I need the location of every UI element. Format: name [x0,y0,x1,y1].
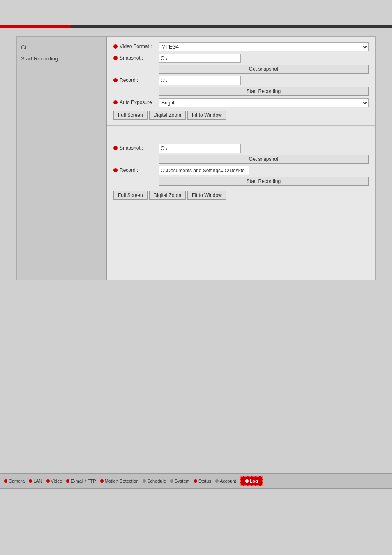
record-bottom-controls: Start Recording [159,166,369,186]
auto-exposure-bullet [113,100,118,104]
nav-item-account[interactable]: Account [215,479,236,483]
record-top-path-input[interactable] [159,76,241,85]
spacer [107,126,375,138]
nav-item-lan[interactable]: LAN [29,479,42,483]
start-recording-side-label: Start Recording [21,54,102,63]
nav-bullet-lan [29,479,32,483]
nav-label-account: Account [220,479,236,483]
nav-label-system: System [175,479,190,483]
nav-bullet-account [215,479,219,483]
nav-label-camera: Camera [9,479,25,483]
left-sidebar-content: Ci Start Recording [17,37,106,119]
start-recording-top-button[interactable]: Start Recording [159,87,369,96]
video-format-controls: MPEG4 MJPEG [159,42,369,51]
nav-item-log[interactable]: Log [240,476,263,486]
auto-exposure-row: Auto Exposure : Bright Normal Dark [113,98,369,107]
nav-label-video: Video [51,479,62,483]
nav-item-system[interactable]: System [170,479,190,483]
fit-to-window-top-button[interactable]: Fit to Window [187,111,226,120]
camera-panel-top: Video Format : MPEG4 MJPEG Snapshot : [107,37,375,126]
snapshot-top-controls: Get snapshot [159,54,369,74]
record-bottom-row: Record : Start Recording [113,166,369,186]
bottom-nav: Camera LAN Video E-mail / FTP Motion Det… [0,473,392,489]
full-screen-top-button[interactable]: Full Screen [113,111,148,120]
nav-bullet-email-ftp [66,479,69,483]
camera-panel-empty [107,206,375,280]
camera-panel-bottom: Snapshot : Get snapshot Record : [107,138,375,206]
video-format-label: Video Format : [113,42,159,49]
nav-bullet-camera [4,479,7,483]
record-bottom-label: Record : [113,166,159,173]
snapshot-top-label: Snapshot : [113,54,159,61]
nav-label-log: Log [250,479,258,483]
snapshot-bottom-row: Snapshot : Get snapshot [113,144,369,164]
bottom-panel-buttons: Full Screen Digital Zoom Fit to Window [113,191,369,200]
nav-bullet-video [46,479,50,483]
digital-zoom-bottom-button[interactable]: Digital Zoom [149,191,186,200]
nav-bullet-status [194,479,197,483]
nav-label-lan: LAN [33,479,42,483]
record-top-label: Record : [113,76,159,83]
nav-label-schedule: Schedule [147,479,166,483]
right-panel: Video Format : MPEG4 MJPEG Snapshot : [107,36,376,280]
main-content: Ci Start Recording Video Format : MPEG4 [0,28,392,289]
nav-bullet-motion-detection [100,479,104,483]
auto-exposure-select[interactable]: Bright Normal Dark [159,98,369,107]
snapshot-bottom-path-input[interactable] [159,144,241,153]
left-panel: Ci Start Recording [16,36,107,280]
snapshot-top-path-input[interactable] [159,54,241,63]
nav-bullet-schedule [143,479,146,483]
nav-item-schedule[interactable]: Schedule [143,479,166,483]
record-top-controls: Start Recording [159,76,369,96]
nav-label-motion-detection: Motion Detection [105,479,139,483]
video-format-bullet [113,44,118,49]
fit-to-window-bottom-button[interactable]: Fit to Window [187,191,226,200]
nav-label-status: Status [198,479,211,483]
nav-item-status[interactable]: Status [194,479,211,483]
content-wrapper: Ci Start Recording Video Format : MPEG4 [16,36,376,280]
nav-item-camera[interactable]: Camera [4,479,25,483]
start-recording-bottom-button[interactable]: Start Recording [159,177,369,186]
auto-exposure-controls: Bright Normal Dark [159,98,369,107]
auto-exposure-label: Auto Exposure : [113,98,159,105]
nav-label-email-ftp: E-mail / FTP [71,479,96,483]
full-screen-bottom-button[interactable]: Full Screen [113,191,148,200]
snapshot-top-row: Snapshot : Get snapshot [113,54,369,74]
nav-bullet-system [170,479,173,483]
snapshot-top-bullet [113,56,118,60]
ci-label: Ci [21,41,102,54]
record-top-row: Record : Start Recording [113,76,369,96]
record-top-bullet [113,78,118,82]
record-bottom-path-input[interactable] [159,166,249,175]
snapshot-bottom-label: Snapshot : [113,144,159,151]
nav-bullet-log [245,479,249,483]
digital-zoom-top-button[interactable]: Digital Zoom [149,111,186,120]
top-header-bar [0,25,392,28]
top-panel-buttons: Full Screen Digital Zoom Fit to Window [113,111,369,120]
video-format-select[interactable]: MPEG4 MJPEG [159,42,369,51]
nav-item-motion-detection[interactable]: Motion Detection [100,479,139,483]
nav-item-video[interactable]: Video [46,479,62,483]
snapshot-bottom-bullet [113,146,118,150]
video-format-row: Video Format : MPEG4 MJPEG [113,42,369,51]
get-snapshot-top-button[interactable]: Get snapshot [159,65,369,74]
nav-item-email-ftp[interactable]: E-mail / FTP [66,479,96,483]
snapshot-bottom-controls: Get snapshot [159,144,369,164]
record-bottom-bullet [113,168,118,172]
get-snapshot-bottom-button[interactable]: Get snapshot [159,155,369,164]
